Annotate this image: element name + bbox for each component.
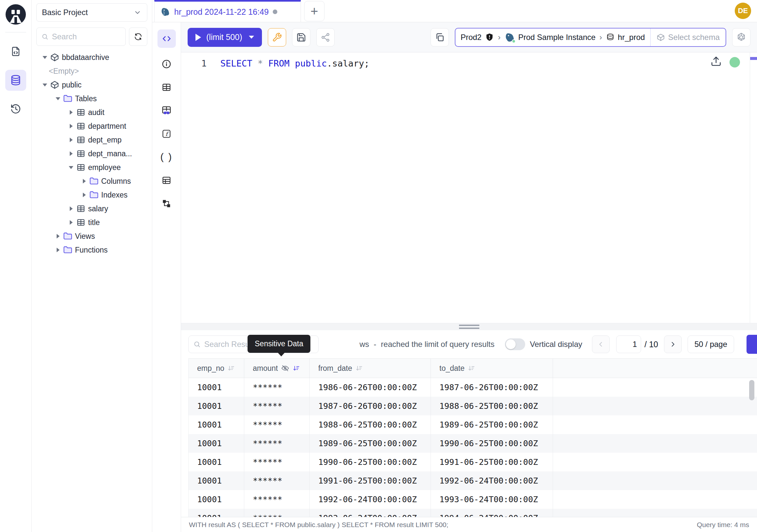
- table-cell[interactable]: 1988-06-25T00:00:00Z: [431, 397, 553, 415]
- project-selector[interactable]: Basic Project: [36, 3, 147, 22]
- table-cell[interactable]: ******: [244, 434, 310, 453]
- table-cell[interactable]: 1991-06-25T00:00:00Z: [431, 453, 553, 471]
- caret-right-icon[interactable]: [67, 138, 75, 142]
- tree-item-bbdataarchive[interactable]: bbdataarchive: [36, 50, 147, 64]
- bytebase-logo-icon[interactable]: [5, 4, 26, 25]
- connection-breadcrumb[interactable]: Prod2 ›: [455, 28, 726, 47]
- sort-icon[interactable]: [227, 364, 235, 372]
- caret-right-icon[interactable]: [67, 124, 75, 128]
- connection-context[interactable]: Prod2 ›: [455, 32, 650, 43]
- table-cell[interactable]: 10001: [189, 378, 244, 397]
- caret-down-icon[interactable]: [67, 166, 75, 169]
- table-cell[interactable]: ******: [244, 471, 310, 490]
- prev-page-button[interactable]: [592, 335, 610, 353]
- table-cell[interactable]: 10001: [189, 434, 244, 453]
- table-cell[interactable]: 10001: [189, 509, 244, 517]
- caret-down-icon[interactable]: [41, 83, 49, 86]
- table-cell[interactable]: 1990-06-25T00:00:00Z: [431, 434, 553, 453]
- caret-right-icon[interactable]: [80, 179, 88, 183]
- tree-item-title[interactable]: title: [36, 216, 147, 229]
- editor-overview-ruler[interactable]: [750, 52, 757, 323]
- tree-item-views[interactable]: Views: [36, 229, 147, 243]
- caret-right-icon[interactable]: [67, 110, 75, 115]
- rail-databases-button[interactable]: [5, 70, 26, 91]
- table-cell[interactable]: 1989-06-25T00:00:00Z: [310, 434, 431, 453]
- column-header-to-date[interactable]: to_date: [431, 359, 553, 378]
- rail-history-button[interactable]: [5, 99, 26, 120]
- table-row[interactable]: 10001******1989-06-25T00:00:00Z1990-06-2…: [189, 434, 757, 453]
- info-panel-button[interactable]: [160, 57, 174, 71]
- tree-item-dept-mana[interactable]: dept_mana...: [36, 147, 147, 161]
- table-cell[interactable]: 1987-06-26T00:00:00Z: [310, 397, 431, 415]
- table-row[interactable]: 10001******1993-06-24T00:00:00Z1994-06-2…: [189, 509, 757, 517]
- table-cell[interactable]: 1994-06-24T00:00:00Z: [431, 509, 553, 517]
- caret-right-icon[interactable]: [54, 234, 62, 238]
- tree-item-columns[interactable]: Columns: [36, 174, 147, 188]
- tree-item-indexes[interactable]: Indexes: [36, 188, 147, 202]
- new-tab-button[interactable]: +: [304, 1, 324, 21]
- run-query-button[interactable]: (limit 500): [188, 28, 262, 47]
- table-row[interactable]: 10001******1991-06-25T00:00:00Z1992-06-2…: [189, 471, 757, 490]
- tree-item-department[interactable]: department: [36, 119, 147, 133]
- table-row[interactable]: 10001******1988-06-25T00:00:00Z1989-06-2…: [189, 415, 757, 434]
- caret-right-icon[interactable]: [54, 248, 62, 252]
- table-cell[interactable]: 10001: [189, 415, 244, 434]
- table-row[interactable]: 10001******1987-06-26T00:00:00Z1988-06-2…: [189, 397, 757, 415]
- sql-editor-mode-button[interactable]: [158, 29, 176, 48]
- caret-right-icon[interactable]: [67, 151, 75, 156]
- caret-down-icon[interactable]: [41, 56, 49, 59]
- table-cell[interactable]: 1993-06-24T00:00:00Z: [310, 509, 431, 517]
- tree-item-tables[interactable]: Tables: [36, 92, 147, 106]
- table-cell[interactable]: 1993-06-24T00:00:00Z: [431, 490, 553, 509]
- tree-item-salary[interactable]: salary: [36, 202, 147, 216]
- table-scrollbar-thumb[interactable]: [749, 380, 754, 400]
- table-cell[interactable]: 1988-06-25T00:00:00Z: [310, 415, 431, 434]
- table-row[interactable]: 10001******1986-06-26T00:00:00Z1987-06-2…: [189, 378, 757, 397]
- table-cell[interactable]: ******: [244, 415, 310, 434]
- table-cell[interactable]: 10001: [189, 471, 244, 490]
- tree-item-audit[interactable]: audit: [36, 106, 147, 119]
- table-cell[interactable]: ******: [244, 378, 310, 397]
- sort-icon[interactable]: [355, 364, 363, 372]
- export-edge-button[interactable]: [746, 335, 757, 354]
- caret-right-icon[interactable]: [67, 220, 75, 225]
- ai-assistant-button[interactable]: [732, 28, 750, 47]
- tree-item-empty[interactable]: <Empty>: [36, 64, 147, 78]
- next-page-button[interactable]: [664, 335, 682, 353]
- tree-item-dept-emp[interactable]: dept_emp: [36, 133, 147, 147]
- column-header-emp-no[interactable]: emp_no: [189, 359, 244, 378]
- page-number-input[interactable]: [616, 335, 641, 353]
- table-row[interactable]: 10001******1992-06-24T00:00:00Z1993-06-2…: [189, 490, 757, 509]
- upload-sql-button[interactable]: [711, 56, 722, 68]
- format-sql-button[interactable]: [268, 28, 286, 47]
- column-header-amount[interactable]: amount: [244, 359, 310, 378]
- table-cell[interactable]: ******: [244, 397, 310, 415]
- table-cell[interactable]: ******: [244, 490, 310, 509]
- run-options-chevron-icon[interactable]: [249, 36, 254, 39]
- table-cell[interactable]: ******: [244, 509, 310, 517]
- table-cell[interactable]: 10001: [189, 490, 244, 509]
- sql-editor[interactable]: 1 SELECT * FROM public.salary;: [181, 52, 757, 323]
- save-sheet-button[interactable]: [292, 28, 310, 47]
- sort-active-icon[interactable]: [292, 364, 300, 372]
- tables-panel-button[interactable]: [160, 80, 174, 94]
- table-cell[interactable]: ******: [244, 453, 310, 471]
- select-schema-button[interactable]: Select schema: [650, 28, 726, 46]
- share-sheet-button[interactable]: [316, 28, 335, 47]
- table-cell[interactable]: 10001: [189, 453, 244, 471]
- sensitive-data-panel-button[interactable]: [160, 103, 174, 118]
- schema-diagram-button[interactable]: [160, 196, 174, 211]
- table-cell[interactable]: 1992-06-24T00:00:00Z: [310, 490, 431, 509]
- table-cell[interactable]: 1987-06-26T00:00:00Z: [431, 378, 553, 397]
- table-cell[interactable]: 1990-06-25T00:00:00Z: [310, 453, 431, 471]
- caret-down-icon[interactable]: [54, 97, 62, 100]
- table-cell[interactable]: 10001: [189, 397, 244, 415]
- sort-icon[interactable]: [468, 364, 475, 372]
- column-header-from-date[interactable]: from_date: [310, 359, 431, 378]
- panel-resize-handle[interactable]: [181, 323, 757, 330]
- table-cell[interactable]: 1992-06-24T00:00:00Z: [431, 471, 553, 490]
- table-cell[interactable]: 1989-06-25T00:00:00Z: [431, 415, 553, 434]
- page-size-select[interactable]: 50 / page: [687, 335, 734, 353]
- vertical-display-toggle[interactable]: [505, 338, 525, 350]
- user-avatar[interactable]: DE: [735, 3, 751, 19]
